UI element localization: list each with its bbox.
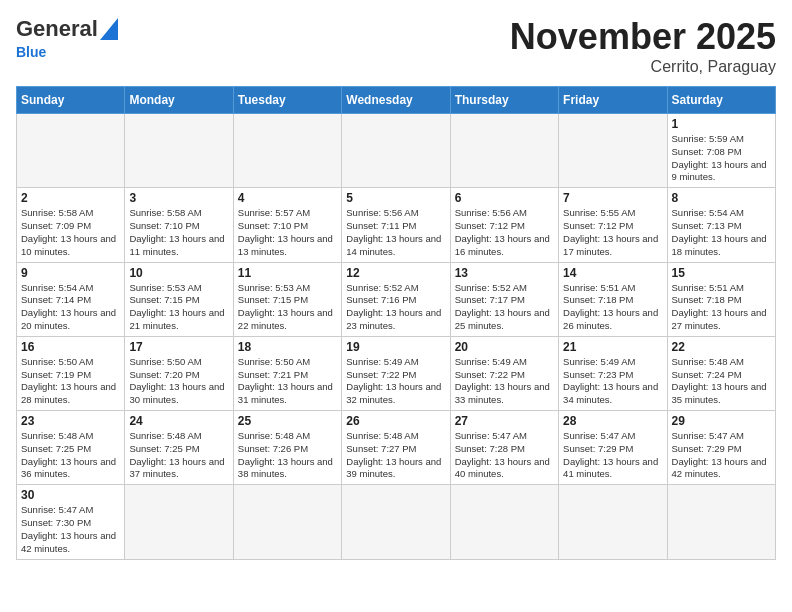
day-info: Sunrise: 5:47 AMSunset: 7:28 PMDaylight:… [455, 430, 554, 481]
day-number: 22 [672, 340, 771, 354]
page-header: General Blue November 2025 Cerrito, Para… [16, 16, 776, 76]
day-number: 2 [21, 191, 120, 205]
day-info: Sunrise: 5:59 AMSunset: 7:08 PMDaylight:… [672, 133, 771, 184]
day-number: 20 [455, 340, 554, 354]
month-title: November 2025 [510, 16, 776, 58]
table-row [667, 485, 775, 559]
day-info: Sunrise: 5:56 AMSunset: 7:11 PMDaylight:… [346, 207, 445, 258]
table-row: 14Sunrise: 5:51 AMSunset: 7:18 PMDayligh… [559, 262, 667, 336]
table-row: 16Sunrise: 5:50 AMSunset: 7:19 PMDayligh… [17, 336, 125, 410]
calendar-body: 1Sunrise: 5:59 AMSunset: 7:08 PMDaylight… [17, 114, 776, 560]
day-number: 12 [346, 266, 445, 280]
day-number: 6 [455, 191, 554, 205]
day-info: Sunrise: 5:50 AMSunset: 7:20 PMDaylight:… [129, 356, 228, 407]
table-row: 3Sunrise: 5:58 AMSunset: 7:10 PMDaylight… [125, 188, 233, 262]
table-row: 15Sunrise: 5:51 AMSunset: 7:18 PMDayligh… [667, 262, 775, 336]
table-row: 13Sunrise: 5:52 AMSunset: 7:17 PMDayligh… [450, 262, 558, 336]
table-row [450, 485, 558, 559]
table-row: 19Sunrise: 5:49 AMSunset: 7:22 PMDayligh… [342, 336, 450, 410]
day-number: 4 [238, 191, 337, 205]
day-info: Sunrise: 5:54 AMSunset: 7:14 PMDaylight:… [21, 282, 120, 333]
location-title: Cerrito, Paraguay [510, 58, 776, 76]
day-info: Sunrise: 5:49 AMSunset: 7:22 PMDaylight:… [346, 356, 445, 407]
day-number: 21 [563, 340, 662, 354]
day-info: Sunrise: 5:58 AMSunset: 7:09 PMDaylight:… [21, 207, 120, 258]
day-number: 11 [238, 266, 337, 280]
day-info: Sunrise: 5:50 AMSunset: 7:21 PMDaylight:… [238, 356, 337, 407]
table-row: 6Sunrise: 5:56 AMSunset: 7:12 PMDaylight… [450, 188, 558, 262]
day-number: 3 [129, 191, 228, 205]
table-row [125, 114, 233, 188]
day-info: Sunrise: 5:48 AMSunset: 7:27 PMDaylight:… [346, 430, 445, 481]
logo: General Blue [16, 16, 118, 60]
day-info: Sunrise: 5:48 AMSunset: 7:26 PMDaylight:… [238, 430, 337, 481]
day-info: Sunrise: 5:53 AMSunset: 7:15 PMDaylight:… [238, 282, 337, 333]
day-info: Sunrise: 5:57 AMSunset: 7:10 PMDaylight:… [238, 207, 337, 258]
logo-blue-text: Blue [16, 44, 46, 60]
table-row: 17Sunrise: 5:50 AMSunset: 7:20 PMDayligh… [125, 336, 233, 410]
day-number: 25 [238, 414, 337, 428]
day-number: 23 [21, 414, 120, 428]
day-info: Sunrise: 5:47 AMSunset: 7:30 PMDaylight:… [21, 504, 120, 555]
table-row [342, 485, 450, 559]
table-row: 4Sunrise: 5:57 AMSunset: 7:10 PMDaylight… [233, 188, 341, 262]
day-info: Sunrise: 5:51 AMSunset: 7:18 PMDaylight:… [563, 282, 662, 333]
day-number: 14 [563, 266, 662, 280]
table-row: 18Sunrise: 5:50 AMSunset: 7:21 PMDayligh… [233, 336, 341, 410]
table-row [125, 485, 233, 559]
day-number: 19 [346, 340, 445, 354]
logo-general-text: General [16, 16, 98, 42]
day-number: 10 [129, 266, 228, 280]
table-row [233, 114, 341, 188]
day-number: 26 [346, 414, 445, 428]
day-info: Sunrise: 5:51 AMSunset: 7:18 PMDaylight:… [672, 282, 771, 333]
day-number: 28 [563, 414, 662, 428]
table-row [233, 485, 341, 559]
table-row [17, 114, 125, 188]
table-row [559, 485, 667, 559]
day-number: 29 [672, 414, 771, 428]
table-row: 7Sunrise: 5:55 AMSunset: 7:12 PMDaylight… [559, 188, 667, 262]
day-info: Sunrise: 5:49 AMSunset: 7:23 PMDaylight:… [563, 356, 662, 407]
day-number: 5 [346, 191, 445, 205]
day-info: Sunrise: 5:52 AMSunset: 7:17 PMDaylight:… [455, 282, 554, 333]
table-row: 21Sunrise: 5:49 AMSunset: 7:23 PMDayligh… [559, 336, 667, 410]
day-info: Sunrise: 5:48 AMSunset: 7:25 PMDaylight:… [129, 430, 228, 481]
table-row: 24Sunrise: 5:48 AMSunset: 7:25 PMDayligh… [125, 411, 233, 485]
day-number: 16 [21, 340, 120, 354]
table-row [450, 114, 558, 188]
day-number: 30 [21, 488, 120, 502]
table-row: 9Sunrise: 5:54 AMSunset: 7:14 PMDaylight… [17, 262, 125, 336]
day-number: 15 [672, 266, 771, 280]
table-row: 10Sunrise: 5:53 AMSunset: 7:15 PMDayligh… [125, 262, 233, 336]
table-row: 1Sunrise: 5:59 AMSunset: 7:08 PMDaylight… [667, 114, 775, 188]
table-row: 23Sunrise: 5:48 AMSunset: 7:25 PMDayligh… [17, 411, 125, 485]
day-info: Sunrise: 5:52 AMSunset: 7:16 PMDaylight:… [346, 282, 445, 333]
table-row [559, 114, 667, 188]
day-info: Sunrise: 5:53 AMSunset: 7:15 PMDaylight:… [129, 282, 228, 333]
table-row: 2Sunrise: 5:58 AMSunset: 7:09 PMDaylight… [17, 188, 125, 262]
col-monday: Monday [125, 87, 233, 114]
table-row: 22Sunrise: 5:48 AMSunset: 7:24 PMDayligh… [667, 336, 775, 410]
col-sunday: Sunday [17, 87, 125, 114]
day-number: 24 [129, 414, 228, 428]
day-info: Sunrise: 5:55 AMSunset: 7:12 PMDaylight:… [563, 207, 662, 258]
day-info: Sunrise: 5:47 AMSunset: 7:29 PMDaylight:… [563, 430, 662, 481]
table-row: 26Sunrise: 5:48 AMSunset: 7:27 PMDayligh… [342, 411, 450, 485]
table-row: 5Sunrise: 5:56 AMSunset: 7:11 PMDaylight… [342, 188, 450, 262]
day-number: 13 [455, 266, 554, 280]
calendar-header: Sunday Monday Tuesday Wednesday Thursday… [17, 87, 776, 114]
title-area: November 2025 Cerrito, Paraguay [510, 16, 776, 76]
day-number: 27 [455, 414, 554, 428]
day-info: Sunrise: 5:50 AMSunset: 7:19 PMDaylight:… [21, 356, 120, 407]
table-row: 8Sunrise: 5:54 AMSunset: 7:13 PMDaylight… [667, 188, 775, 262]
day-number: 8 [672, 191, 771, 205]
calendar-table: Sunday Monday Tuesday Wednesday Thursday… [16, 86, 776, 560]
table-row [342, 114, 450, 188]
col-thursday: Thursday [450, 87, 558, 114]
day-info: Sunrise: 5:49 AMSunset: 7:22 PMDaylight:… [455, 356, 554, 407]
table-row: 27Sunrise: 5:47 AMSunset: 7:28 PMDayligh… [450, 411, 558, 485]
table-row: 20Sunrise: 5:49 AMSunset: 7:22 PMDayligh… [450, 336, 558, 410]
day-number: 1 [672, 117, 771, 131]
table-row: 25Sunrise: 5:48 AMSunset: 7:26 PMDayligh… [233, 411, 341, 485]
